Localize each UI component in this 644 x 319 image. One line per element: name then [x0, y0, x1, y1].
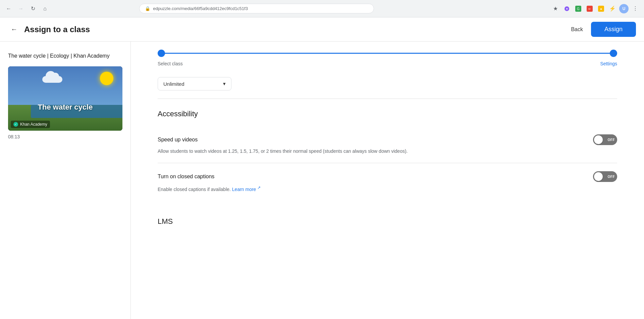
profile-avatar[interactable]: U [619, 4, 629, 13]
speed-label: Speed up videos [158, 137, 198, 143]
progress-labels: Select class Settings [158, 61, 617, 66]
back-nav-button[interactable]: ← [4, 4, 13, 13]
khan-badge: Khan Academy [11, 121, 50, 128]
extension-icon-3[interactable]: ✏ [585, 4, 594, 13]
dropdown-row: Unlimited ▾ [158, 72, 617, 99]
reload-button[interactable]: ↻ [28, 4, 38, 13]
captions-setting-row: Turn on closed captions OFF Enable close… [158, 163, 617, 201]
app-header: ← Assign to a class Back Assign [0, 17, 644, 42]
speed-setting-header: Speed up videos OFF [158, 134, 617, 145]
back-button[interactable]: Back [571, 26, 583, 33]
extension-icon-4[interactable]: ★ [596, 4, 606, 13]
speed-description: Allow students to watch videos at 1.25, … [158, 148, 617, 155]
content-area: Unlimited ▾ Accessibility Speed up video… [131, 72, 644, 245]
speed-toggle[interactable]: OFF [593, 134, 617, 145]
progress-dot-2 [610, 50, 617, 57]
unlimited-dropdown[interactable]: Unlimited ▾ [158, 77, 231, 90]
toggle-thumb [594, 135, 603, 144]
khan-label: Khan Academy [20, 122, 47, 127]
progress-dot-1 [158, 50, 165, 57]
page-title: Assign to a class [24, 25, 90, 34]
step2-label: Settings [600, 61, 617, 66]
progress-line [164, 53, 611, 54]
khan-check-icon [13, 122, 18, 127]
svg-text:★: ★ [600, 7, 602, 11]
video-title: The water cycle | Ecology | Khan Academy [8, 52, 122, 60]
extension-icon-1[interactable]: ✦ [562, 4, 572, 13]
right-panel: Select class Settings Unlimited ▾ Access… [131, 42, 644, 319]
header-actions: Back Assign [571, 22, 636, 37]
browser-icons: ★ ✦ G ✏ ★ ⚡ U ⋮ [551, 4, 640, 13]
speed-toggle-label: OFF [608, 138, 615, 142]
lms-title: LMS [158, 217, 617, 226]
home-button[interactable]: ⌂ [40, 4, 50, 13]
svg-text:✦: ✦ [566, 7, 568, 11]
svg-text:G: G [577, 7, 580, 11]
step1-label: Select class [158, 61, 183, 66]
url-text: edpuzzle.com/media/66f5a9cdd412ec9fcd1c5… [153, 6, 248, 11]
external-link-icon: ↗ [256, 185, 260, 190]
learn-more-link[interactable]: Learn more ↗ [232, 187, 261, 192]
progress-bar [158, 50, 617, 57]
extension-icon-2[interactable]: G [574, 4, 583, 13]
extensions-button[interactable]: ⚡ [608, 4, 617, 13]
video-scene: The water cycle Khan Academy [8, 66, 122, 131]
captions-toggle-label: OFF [608, 175, 615, 179]
captions-label: Turn on closed captions [158, 174, 214, 180]
sun-icon [100, 72, 113, 85]
progress-section: Select class Settings [131, 42, 644, 72]
captions-toggle-wrapper[interactable]: OFF [593, 171, 617, 182]
page-back-arrow[interactable]: ← [8, 23, 20, 36]
speed-toggle-wrapper[interactable]: OFF [593, 134, 617, 145]
video-thumbnail: The water cycle Khan Academy [8, 66, 122, 131]
accessibility-section: Accessibility Speed up videos OFF Allow … [158, 99, 617, 206]
cloud-icon [42, 76, 62, 83]
captions-setting-header: Turn on closed captions OFF [158, 171, 617, 182]
svg-text:✏: ✏ [588, 7, 591, 11]
dropdown-value: Unlimited [163, 81, 184, 87]
main-layout: The water cycle | Ecology | Khan Academy… [0, 42, 644, 319]
chevron-down-icon: ▾ [223, 81, 226, 87]
menu-button[interactable]: ⋮ [631, 4, 640, 13]
security-icon: 🔒 [145, 6, 150, 11]
bookmark-button[interactable]: ★ [551, 4, 560, 13]
captions-description: Enable closed captions if available. Lea… [158, 185, 617, 193]
captions-toggle-thumb [594, 172, 603, 181]
browser-chrome: ← → ↻ ⌂ 🔒 edpuzzle.com/media/66f5a9cdd41… [0, 0, 644, 17]
video-overlay-title: The water cycle [8, 103, 122, 112]
video-duration: 08:13 [8, 134, 122, 139]
captions-toggle[interactable]: OFF [593, 171, 617, 182]
assign-button[interactable]: Assign [591, 22, 636, 37]
left-panel: The water cycle | Ecology | Khan Academy… [0, 42, 131, 319]
accessibility-title: Accessibility [158, 110, 617, 118]
address-bar[interactable]: 🔒 edpuzzle.com/media/66f5a9cdd412ec9fcd1… [139, 4, 374, 13]
forward-nav-button[interactable]: → [16, 4, 25, 13]
captions-description-text: Enable closed captions if available. [158, 187, 231, 192]
lms-section: LMS [158, 206, 617, 245]
speed-setting-row: Speed up videos OFF Allow students to wa… [158, 126, 617, 163]
